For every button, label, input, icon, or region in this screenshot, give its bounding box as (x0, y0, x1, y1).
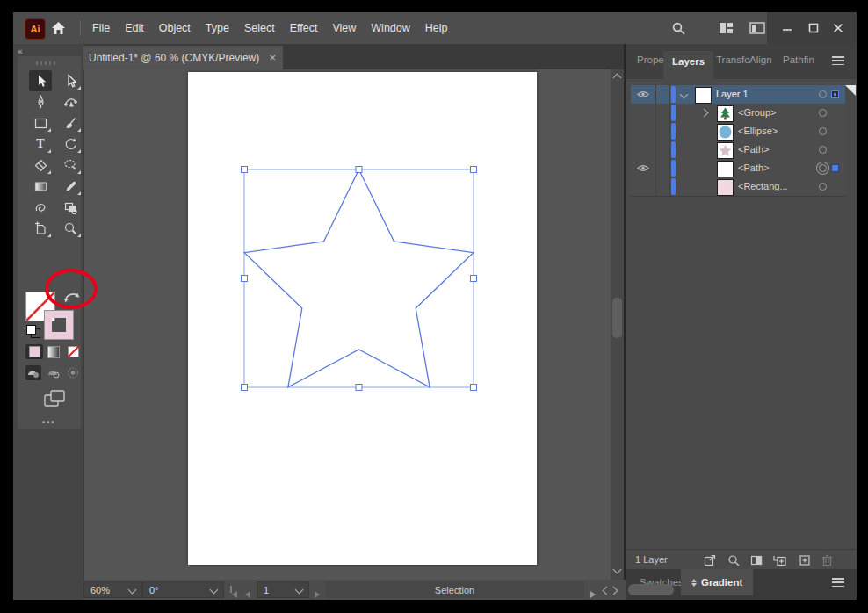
scroll-up-icon[interactable] (613, 74, 622, 83)
color-button[interactable] (25, 344, 43, 359)
selection-indicator[interactable] (831, 164, 839, 172)
search-icon[interactable] (670, 20, 686, 36)
canvas[interactable] (83, 69, 611, 580)
selection-tool[interactable] (29, 70, 52, 91)
menu-effect[interactable]: Effect (290, 22, 318, 34)
minimize-button[interactable] (779, 20, 795, 36)
selection-indicator[interactable] (831, 90, 839, 98)
workspace-switcher-icon[interactable] (749, 20, 765, 36)
layer-row-group[interactable]: <Group> (631, 104, 845, 123)
tab-layers[interactable]: Layers (663, 51, 713, 79)
tab-transform[interactable]: Transfo (716, 54, 750, 65)
draw-normal-mode-button[interactable] (25, 365, 41, 380)
layer-label[interactable]: <Path> (738, 162, 769, 173)
layer-label[interactable]: <Group> (738, 107, 776, 118)
target-circle[interactable] (819, 90, 827, 98)
target-circle[interactable] (819, 183, 827, 191)
home-icon[interactable] (50, 20, 66, 36)
lock-toggle[interactable] (655, 141, 670, 159)
horizontal-scrollbar[interactable] (609, 582, 688, 597)
expand-chevron-icon[interactable] (700, 109, 709, 118)
rotate-tool[interactable] (59, 133, 82, 155)
target-circle-targeted[interactable] (819, 164, 827, 172)
tab-gradient[interactable]: Gradient (681, 569, 753, 595)
menu-select[interactable]: Select (244, 22, 275, 34)
hand-tool[interactable] (29, 197, 52, 218)
lock-toggle[interactable] (655, 122, 670, 141)
path-thumbnail[interactable] (717, 161, 734, 177)
rotation-dropdown[interactable]: 0° (142, 581, 224, 598)
collapse-dock-icon[interactable]: « (18, 47, 22, 56)
lock-toggle[interactable] (655, 159, 670, 177)
pen-tool[interactable] (29, 91, 52, 112)
layer-label[interactable]: <Ellipse> (738, 126, 778, 136)
type-tool[interactable]: T (29, 133, 52, 155)
target-circle[interactable] (819, 109, 827, 117)
lock-toggle[interactable] (655, 177, 670, 196)
make-clipping-mask-icon[interactable] (749, 553, 763, 566)
scroll-down-icon[interactable] (613, 566, 622, 574)
next-artboard-icon[interactable] (315, 586, 320, 602)
zoom-level-dropdown[interactable]: 60% (83, 581, 142, 598)
panel-menu-icon[interactable] (832, 578, 844, 587)
menu-object[interactable]: Object (159, 22, 191, 34)
path-thumbnail[interactable] (717, 142, 734, 159)
layer-row-path-star[interactable]: <Path> (631, 141, 845, 160)
locate-object-icon[interactable] (727, 553, 741, 566)
eyedropper-tool[interactable] (59, 176, 82, 197)
artboard-tool[interactable] (29, 218, 52, 239)
visibility-toggle[interactable] (631, 177, 656, 196)
selected-star-artwork[interactable] (84, 69, 611, 580)
layer-label[interactable]: Layer 1 (716, 89, 749, 99)
menu-view[interactable]: View (332, 22, 356, 34)
panel-menu-icon[interactable] (832, 56, 844, 65)
menu-window[interactable]: Window (371, 22, 409, 34)
new-layer-icon[interactable] (798, 553, 812, 566)
rectangle-thumbnail[interactable] (717, 179, 734, 196)
lock-toggle[interactable] (655, 104, 670, 122)
menu-type[interactable]: Type (206, 22, 229, 34)
menu-help[interactable]: Help (425, 22, 448, 34)
close-button[interactable] (830, 20, 846, 36)
none-button[interactable] (64, 344, 82, 359)
status-expand-icon[interactable] (590, 586, 596, 602)
layer-row-rectangle[interactable]: <Rectang... (631, 177, 845, 197)
visibility-toggle[interactable] (631, 85, 656, 104)
gradient-button[interactable] (45, 344, 62, 359)
layer-row-ellipse[interactable]: <Ellipse> (631, 122, 845, 141)
visibility-toggle[interactable] (631, 104, 656, 122)
layer-label[interactable]: <Rectang... (738, 181, 788, 191)
layer-label[interactable]: <Path> (738, 144, 769, 155)
lasso-tool[interactable] (59, 155, 82, 176)
horizontal-scrollbar-thumb[interactable] (628, 584, 674, 595)
target-circle[interactable] (819, 146, 827, 154)
direct-selection-tool[interactable] (59, 70, 82, 91)
zoom-tool[interactable] (59, 218, 82, 239)
first-artboard-icon[interactable] (230, 586, 237, 602)
document-tab[interactable]: Untitled-1* @ 60 % (CMYK/Preview) × (82, 46, 283, 69)
draw-inside-mode-button[interactable] (65, 365, 81, 380)
vertical-scrollbar-thumb[interactable] (612, 298, 622, 338)
maximize-button[interactable] (806, 20, 821, 36)
visibility-toggle[interactable] (631, 159, 656, 177)
draw-behind-mode-button[interactable] (46, 365, 61, 380)
visibility-toggle[interactable] (631, 141, 656, 159)
screen-mode-button[interactable] (44, 390, 67, 407)
tab-close-icon[interactable]: × (269, 51, 276, 64)
arrange-documents-icon[interactable] (718, 20, 734, 36)
symbol-tool[interactable] (59, 197, 82, 218)
layer-row-path[interactable]: <Path> (631, 159, 845, 178)
lock-toggle[interactable] (655, 85, 670, 104)
edit-toolbar-button[interactable]: ••• (42, 418, 55, 427)
curvature-tool[interactable] (59, 91, 82, 112)
default-fill-stroke-icon[interactable] (26, 325, 40, 338)
tab-align[interactable]: Align (749, 54, 772, 65)
layer-row-layer1[interactable]: Layer 1 (631, 85, 845, 105)
layer-thumbnail[interactable] (695, 87, 712, 104)
previous-artboard-icon[interactable] (245, 586, 250, 602)
rectangle-tool[interactable] (29, 112, 52, 133)
group-thumbnail[interactable] (717, 105, 734, 122)
eraser-tool[interactable] (29, 155, 52, 176)
collect-for-export-icon[interactable] (703, 553, 717, 566)
paintbrush-tool[interactable] (59, 112, 82, 133)
